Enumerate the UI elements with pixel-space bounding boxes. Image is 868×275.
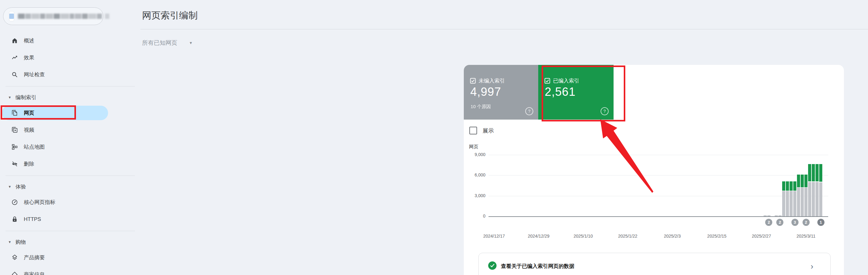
help-icon[interactable]: ? — [600, 107, 609, 115]
chart-marker-2[interactable]: 2 — [803, 219, 810, 226]
pages-icon — [11, 110, 18, 117]
removals-icon — [11, 161, 18, 167]
bar-indexed — [812, 164, 815, 181]
site-favicon — [9, 11, 14, 21]
y-axis-tick: 6,000 — [467, 173, 486, 177]
sidebar-item-产品摘要[interactable]: 产品摘要 — [0, 249, 141, 266]
bar-unindexed — [782, 191, 785, 216]
page-title: 网页索引编制 — [142, 9, 197, 22]
sidebar-item-效果[interactable]: 效果 — [0, 49, 141, 66]
indexed-value: 2,561 — [545, 85, 576, 98]
sidebar-section-购物[interactable]: ▼购物 — [0, 235, 141, 249]
banner-text: 查看关于已编入索引网页的数据 — [501, 263, 575, 270]
chart-marker-3[interactable]: 3 — [792, 219, 799, 226]
caret-down-icon: ▼ — [8, 185, 11, 188]
bar-unindexed — [778, 215, 781, 216]
gridline-6,000 — [489, 175, 828, 176]
gridline-9,000 — [489, 155, 828, 155]
page-filter-dropdown[interactable]: 所有已知网页 ▼ — [142, 39, 193, 47]
sidebar-nav: 概述效果网址检查▼编制索引网页视频站点地图删除▼体验核心网页指标HTTPS▼购物… — [0, 32, 141, 275]
bar-unindexed — [789, 191, 793, 216]
bar-indexed — [804, 175, 807, 187]
impressions-label: 展示 — [483, 127, 494, 134]
impressions-checkbox[interactable]: 展示 — [469, 127, 494, 134]
bar-indexed — [786, 181, 789, 191]
core-web-vitals-icon — [11, 199, 18, 206]
filter-label: 所有已知网页 — [142, 39, 177, 47]
property-name-redacted — [18, 13, 110, 19]
unindexed-summary-card[interactable]: 未编入索引 4,997 10 个原因 ? — [464, 65, 538, 120]
indexed-summary-card[interactable]: 已编入索引 2,561 ? — [538, 65, 614, 120]
bar-indexed — [789, 181, 793, 191]
sidebar-divider — [5, 231, 135, 231]
x-axis-tick: 2024/12/29 — [520, 234, 557, 239]
caret-down-icon: ▼ — [8, 240, 11, 244]
bar-indexed — [819, 164, 822, 182]
unindexed-value: 4,997 — [470, 85, 501, 98]
page: 概述效果网址检查▼编制索引网页视频站点地图删除▼体验核心网页指标HTTPS▼购物… — [0, 0, 868, 275]
indexed-label: 已编入索引 — [553, 77, 579, 84]
y-axis-tick: 0 — [467, 214, 486, 218]
checkbox-unchecked-icon[interactable] — [469, 127, 477, 134]
search-icon — [11, 71, 18, 78]
lock-icon — [11, 216, 18, 223]
x-axis-tick: 2025/1/22 — [609, 234, 646, 239]
bar-unindexed — [812, 182, 815, 216]
bar-unindexed — [775, 215, 778, 216]
sidebar-item-网页[interactable]: 网页 — [0, 104, 141, 121]
chart-marker-1[interactable]: 1 — [817, 219, 825, 226]
sitemap-icon — [11, 144, 18, 151]
x-axis-tick: 2025/1/10 — [565, 234, 602, 239]
help-icon[interactable]: ? — [525, 107, 533, 115]
y-axis-tick: 3,000 — [467, 193, 486, 198]
bar-unindexed — [801, 188, 804, 216]
x-axis-tick: 2025/2/15 — [699, 234, 736, 239]
sidebar-item-商家信息[interactable]: 商家信息 — [0, 266, 141, 275]
chevron-down-icon: ▼ — [189, 41, 193, 45]
sidebar-item-视频[interactable]: 视频 — [0, 121, 141, 139]
product-snippets-icon — [11, 254, 18, 261]
x-axis-tick: 2025/2/27 — [743, 234, 780, 239]
bar-unindexed — [819, 182, 822, 216]
checked-checkbox-icon — [545, 78, 550, 84]
bar-unindexed — [797, 188, 800, 216]
y-axis-tick: 9,000 — [467, 152, 486, 157]
sidebar-divider — [5, 176, 135, 176]
home-icon — [11, 37, 18, 44]
bar-unindexed — [764, 215, 767, 216]
bar-unindexed — [767, 215, 770, 216]
check-circle-icon — [488, 262, 497, 270]
sidebar-item-站点地图[interactable]: 站点地图 — [0, 139, 141, 155]
video-icon — [11, 127, 18, 133]
bar-indexed — [815, 164, 818, 181]
bar-indexed — [797, 175, 800, 187]
x-axis-tick: 2025/3/11 — [787, 234, 825, 239]
sidebar-item-网址检查[interactable]: 网址检查 — [0, 66, 141, 83]
view-indexed-data-banner[interactable]: 查看关于已编入索引网页的数据 › — [478, 253, 831, 275]
header-divider — [141, 29, 868, 29]
bar-unindexed — [793, 191, 796, 216]
bar-unindexed — [804, 188, 807, 216]
bar-indexed — [793, 181, 796, 191]
bar-indexed — [801, 175, 804, 187]
merchant-icon — [11, 271, 18, 275]
sidebar-section-编制索引[interactable]: ▼编制索引 — [0, 90, 141, 104]
performance-icon — [11, 54, 18, 61]
bar-unindexed — [786, 191, 789, 216]
property-selector[interactable] — [3, 7, 103, 25]
gridline-3,000 — [489, 196, 828, 196]
sidebar-section-体验[interactable]: ▼体验 — [0, 180, 141, 194]
x-axis-tick: 2025/2/3 — [654, 234, 691, 239]
sidebar-item-核心网页指标[interactable]: 核心网页指标 — [0, 194, 141, 211]
sidebar-item-删除[interactable]: 删除 — [0, 155, 141, 173]
bar-indexed — [782, 181, 785, 191]
caret-down-icon: ▼ — [8, 95, 11, 99]
bar-unindexed — [815, 182, 818, 216]
sidebar-item-HTTPS[interactable]: HTTPS — [0, 211, 141, 228]
sidebar-divider — [5, 86, 135, 87]
sidebar-item-概述[interactable]: 概述 — [0, 32, 141, 49]
chart-y-axis-title: 网页 — [469, 144, 478, 150]
unindexed-label: 未编入索引 — [478, 77, 505, 84]
bar-indexed — [808, 164, 811, 181]
chevron-right-icon[interactable]: › — [811, 262, 813, 271]
